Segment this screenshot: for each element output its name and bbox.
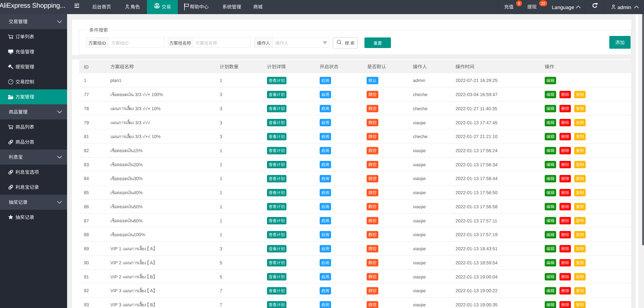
svg-text:xiaojie: xiaojie (413, 176, 426, 181)
svg-text:1: 1 (220, 190, 222, 195)
svg-text:2022-01-13 17:56:58: 2022-01-13 17:56:58 (455, 204, 497, 209)
svg-text:7: 7 (220, 288, 222, 293)
svg-text:VIP 2: VIP 2 (110, 274, 123, 279)
svg-text:3: 3 (220, 134, 222, 139)
svg-text:3/3 √√× 10%: 3/3 √√× 10% (135, 106, 161, 111)
svg-text:A: A (150, 246, 153, 251)
svg-text:1: 1 (220, 176, 222, 181)
svg-text:20%: 20% (133, 162, 143, 167)
svg-text:2022-01-13 17:56:44: 2022-01-13 17:56:44 (455, 176, 498, 181)
svg-text:81: 81 (84, 134, 89, 139)
svg-text:87: 87 (84, 218, 89, 223)
svg-text:B: B (150, 302, 153, 307)
svg-text:82: 82 (84, 148, 89, 153)
svg-text:2022-01-13 18:59:54: 2022-01-13 18:59:54 (455, 260, 498, 265)
svg-text:2022-01-13 19:00:35: 2022-01-13 19:00:35 (455, 302, 497, 307)
svg-text:xiaojie: xiaojie (413, 148, 426, 153)
svg-text:3: 3 (220, 120, 222, 125)
svg-text:A: A (150, 288, 153, 293)
svg-text:1: 1 (220, 148, 222, 153)
svg-text:88: 88 (84, 232, 89, 237)
svg-text:92: 92 (84, 288, 89, 293)
svg-text:86: 86 (84, 204, 89, 209)
svg-text:3/3 √√× 100%: 3/3 √√× 100% (135, 92, 163, 97)
svg-text:Language: Language (552, 5, 574, 10)
svg-text:2022-03-04 16:59:47: 2022-03-04 16:59:47 (455, 92, 497, 97)
svg-text:A: A (150, 260, 153, 265)
svg-text:2022-01-13 19:00:22: 2022-01-13 19:00:22 (455, 288, 497, 293)
svg-text:2022-01-13 17:47:45: 2022-01-13 17:47:45 (455, 120, 497, 125)
svg-text:1: 1 (220, 162, 222, 167)
svg-text:2022-01-13 17:56:34: 2022-01-13 17:56:34 (455, 162, 498, 167)
svg-text:admin: admin (413, 78, 425, 83)
svg-text:5: 5 (220, 274, 222, 279)
svg-text:1: 1 (84, 78, 87, 83)
svg-text:89: 89 (84, 246, 89, 251)
svg-text:xiaojie: xiaojie (413, 190, 426, 195)
svg-text:VIP 2: VIP 2 (110, 260, 123, 265)
svg-text:78: 78 (84, 106, 89, 111)
svg-text:xiaojie: xiaojie (413, 274, 426, 279)
svg-text:2022-01-13 17:57:19: 2022-01-13 17:57:19 (455, 232, 497, 237)
svg-text:1: 1 (220, 232, 222, 237)
svg-text:2022-01-27 11:40:35: 2022-01-27 11:40:35 (455, 106, 497, 111)
svg-text:3/3 √×√ 10%: 3/3 √×√ 10% (135, 134, 161, 139)
svg-text:VIP 1: VIP 1 (110, 246, 123, 251)
svg-text:cheche: cheche (413, 106, 428, 111)
svg-text:5: 5 (220, 260, 222, 265)
svg-text:xiaojie: xiaojie (413, 288, 426, 293)
svg-text:60%: 60% (133, 218, 143, 223)
svg-text:15%: 15% (133, 148, 143, 153)
svg-text:1: 1 (220, 78, 222, 83)
svg-text:40%: 40% (133, 190, 143, 195)
svg-text:xiaojie: xiaojie (413, 302, 426, 307)
svg-text:xiaojie: xiaojie (413, 120, 426, 125)
svg-text:93: 93 (84, 302, 89, 307)
svg-text:xiaojie: xiaojie (413, 232, 426, 237)
svg-text:2022-01-13 17:56:50: 2022-01-13 17:56:50 (455, 190, 497, 195)
svg-text:xiaojie: xiaojie (413, 204, 426, 209)
svg-text:xiaojie: xiaojie (413, 260, 426, 265)
svg-text:cheche: cheche (413, 92, 428, 97)
svg-text:79: 79 (84, 120, 89, 125)
svg-text:AliExpress Shopping...: AliExpress Shopping... (0, 2, 65, 9)
svg-text:2022-01-13 17:57:11: 2022-01-13 17:57:11 (455, 218, 497, 223)
svg-text:84: 84 (84, 176, 89, 181)
svg-text:77: 77 (84, 92, 89, 97)
svg-text:VIP 3: VIP 3 (110, 288, 123, 293)
svg-text:91: 91 (84, 274, 89, 279)
svg-text:2022-01-27 21:21:10: 2022-01-27 21:21:10 (455, 134, 497, 139)
svg-text:50%: 50% (133, 204, 143, 209)
svg-text:2022-01-13 19:00:04: 2022-01-13 19:00:04 (455, 274, 498, 279)
svg-text:7: 7 (220, 302, 222, 307)
svg-text:xiaojie: xiaojie (413, 218, 426, 223)
svg-text:90: 90 (84, 260, 89, 265)
svg-text:xiaojie: xiaojie (413, 246, 426, 251)
svg-text:3/3 √√√: 3/3 √√√ (135, 120, 150, 125)
svg-text:1: 1 (220, 218, 222, 223)
svg-text:3: 3 (220, 92, 222, 97)
svg-text:3: 3 (220, 106, 222, 111)
svg-text:1: 1 (220, 204, 222, 209)
svg-text:100%: 100% (133, 232, 145, 237)
svg-text:0: 0 (518, 2, 520, 6)
svg-text:83: 83 (84, 162, 89, 167)
svg-text:plan1: plan1 (110, 78, 121, 83)
svg-text:xiaojie: xiaojie (413, 162, 426, 167)
svg-text:ID: ID (84, 64, 89, 70)
svg-text:2022-01-13 18:43:51: 2022-01-13 18:43:51 (455, 246, 497, 251)
svg-text:VIP 3: VIP 3 (110, 302, 123, 307)
svg-text:admin: admin (618, 5, 631, 10)
svg-text:cheche: cheche (413, 134, 428, 139)
svg-text:22: 22 (541, 2, 545, 6)
svg-text:2022-07-21 16:29:25: 2022-07-21 16:29:25 (455, 78, 497, 83)
svg-text:30%: 30% (133, 176, 143, 181)
svg-text:2022-01-13 17:56:24: 2022-01-13 17:56:24 (455, 148, 498, 153)
svg-text:3: 3 (220, 246, 222, 251)
svg-text:85: 85 (84, 190, 89, 195)
svg-text:B: B (150, 274, 153, 279)
